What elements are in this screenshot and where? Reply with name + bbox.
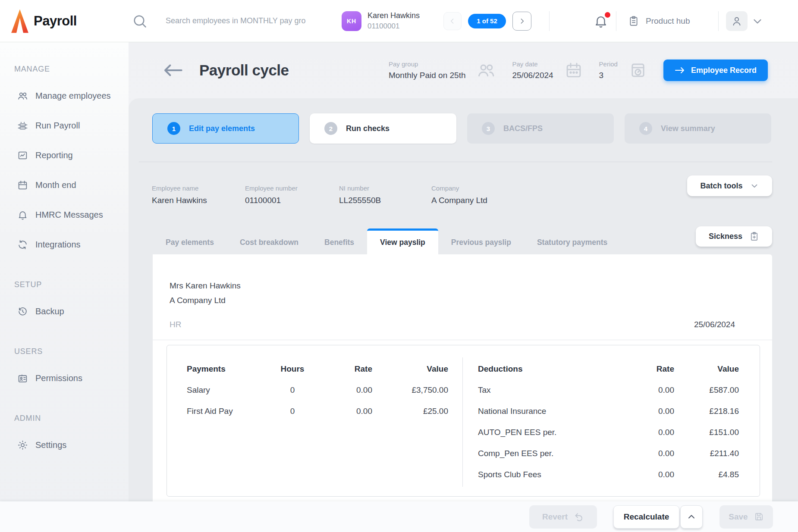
sync-icon (17, 239, 28, 250)
divider (139, 162, 772, 162)
step-number: 4 (639, 122, 652, 135)
tab-benefits[interactable]: Benefits (311, 228, 367, 254)
sidebar-item-run-payroll[interactable]: Run Payroll (0, 111, 129, 141)
revert-label: Revert (542, 512, 568, 522)
restore-icon (17, 306, 28, 317)
field-label: Company (431, 185, 487, 192)
divider (718, 11, 719, 31)
tab-pay-elements[interactable]: Pay elements (153, 228, 227, 254)
table-row: Sports Club Fees 0.00 £4.85 (478, 464, 739, 485)
divider (616, 11, 616, 31)
payments-table: Payments Hours Rate Value Salary 0 0.00 … (167, 345, 463, 496)
sidebar-item-reporting[interactable]: Reporting (0, 141, 129, 170)
sidebar-section-manage: MANAGE (14, 42, 129, 74)
payroll-cycle-card: 1 Edit pay elements 2 Run checks 3 BACS/… (129, 98, 798, 532)
search-input[interactable] (166, 16, 338, 25)
product-hub-button[interactable]: Product hub (628, 16, 690, 27)
calendar-icon (565, 61, 583, 79)
chevron-right-icon (518, 17, 526, 25)
arrow-right-icon (675, 66, 685, 75)
search-icon[interactable] (132, 13, 148, 29)
main-area: Payroll cycle Pay group Monthly Paid on … (129, 42, 798, 532)
previous-employee-button[interactable] (443, 12, 462, 30)
chevron-up-icon (686, 512, 697, 522)
revert-button[interactable]: Revert (529, 505, 597, 529)
steps-row: 1 Edit pay elements 2 Run checks 3 BACS/… (152, 113, 771, 144)
employee-info-row: Employee name Karen Hawkins Employee num… (152, 185, 487, 205)
sidebar-label: HMRC Messages (35, 210, 103, 220)
step-bacs-fps: 3 BACS/FPS (467, 113, 614, 144)
payslip-employee-name: Mrs Karen Hawkins (170, 281, 241, 291)
avatar: KH (342, 11, 361, 31)
table-row: Salary 0 0.00 £3,750.00 (187, 379, 448, 401)
tab-view-payslip[interactable]: View payslip (367, 228, 438, 254)
sidebar-item-backup[interactable]: Backup (0, 297, 129, 326)
chevron-left-icon (448, 17, 457, 25)
page-header: Payroll cycle Pay group Monthly Paid on … (129, 42, 798, 98)
sidebar-section-admin: ADMIN (14, 414, 129, 423)
field-label: Employee number (245, 185, 339, 192)
clipboard-icon (628, 16, 639, 27)
recalculate-button[interactable]: Recalculate (613, 505, 679, 529)
step-label: BACS/FPS (503, 124, 543, 133)
sidebar-section-setup: SETUP (14, 280, 129, 289)
field-value: 01100001 (245, 196, 339, 205)
clipboard-plus-icon (749, 232, 759, 241)
tab-statutory-payments[interactable]: Statutory payments (524, 228, 620, 254)
employee-record-button[interactable]: Employee Record (663, 59, 768, 81)
step-number: 1 (167, 122, 180, 135)
batch-icon (17, 120, 28, 131)
sidebar-item-settings[interactable]: Settings (0, 430, 129, 460)
account-menu-button[interactable] (751, 15, 764, 28)
employee-record-label: Employee Record (691, 66, 757, 75)
app-logo[interactable]: Payroll (11, 9, 77, 33)
tab-cost-breakdown[interactable]: Cost breakdown (227, 228, 311, 254)
recalculate-label: Recalculate (624, 512, 669, 522)
sidebar-item-integrations[interactable]: Integrations (0, 230, 129, 260)
action-footer: Revert Recalculate Save (0, 501, 798, 532)
sidebar-item-hmrc-messages[interactable]: HMRC Messages (0, 200, 129, 230)
payslip-department: HR (170, 320, 181, 329)
step-run-checks[interactable]: 2 Run checks (310, 113, 456, 144)
divider (153, 340, 772, 340)
payrun-meta: Pay group Monthly Paid on 25th Pay date … (389, 59, 768, 81)
timer-icon (629, 61, 647, 79)
notification-dot (605, 12, 610, 18)
sidebar-label: Permissions (35, 373, 82, 383)
field-label: Employee name (152, 185, 245, 192)
sidebar-item-manage-employees[interactable]: Manage employees (0, 81, 129, 111)
save-button[interactable]: Save (719, 505, 773, 529)
field-value: A Company Ltd (431, 196, 487, 205)
app-title: Payroll (34, 13, 77, 29)
payslip-table-box: Payments Hours Rate Value Salary 0 0.00 … (167, 345, 760, 497)
tab-previous-payslip[interactable]: Previous payslip (438, 228, 524, 254)
table-row: First Aid Pay 0 0.00 £25.00 (187, 401, 448, 422)
back-arrow-icon[interactable] (163, 63, 183, 78)
sidebar-label: Manage employees (35, 91, 111, 101)
sickness-button[interactable]: Sickness (696, 226, 772, 247)
save-icon (754, 512, 764, 522)
meta-label: Period (599, 60, 618, 68)
payments-header-row: Payments Hours Rate Value (187, 358, 448, 379)
step-edit-pay-elements[interactable]: 1 Edit pay elements (152, 113, 299, 144)
next-employee-button[interactable] (512, 12, 531, 31)
batch-tools-button[interactable]: Batch tools (687, 175, 772, 196)
field-value: Karen Hawkins (152, 196, 245, 205)
payslip-date: 25/06/2024 (694, 320, 735, 329)
recalculate-options-button[interactable] (680, 505, 703, 529)
sidebar-item-permissions[interactable]: Permissions (0, 363, 129, 393)
product-hub-label: Product hub (646, 16, 690, 26)
period-meta: Period 3 (599, 60, 663, 80)
chevron-down-icon (750, 181, 759, 191)
sidebar-item-month-end[interactable]: Month end (0, 170, 129, 200)
sickness-label: Sickness (709, 232, 742, 241)
account-button[interactable] (726, 11, 748, 31)
step-number: 3 (482, 122, 495, 135)
calendar-icon (17, 180, 28, 191)
pagination-badge: 1 of 52 (468, 14, 506, 28)
divider (549, 11, 550, 31)
people-icon (17, 91, 28, 101)
notifications-button[interactable] (594, 14, 608, 28)
deductions-header-row: Deductions Rate Value (478, 358, 739, 379)
current-employee[interactable]: KH Karen Hawkins 01100001 (342, 11, 420, 31)
